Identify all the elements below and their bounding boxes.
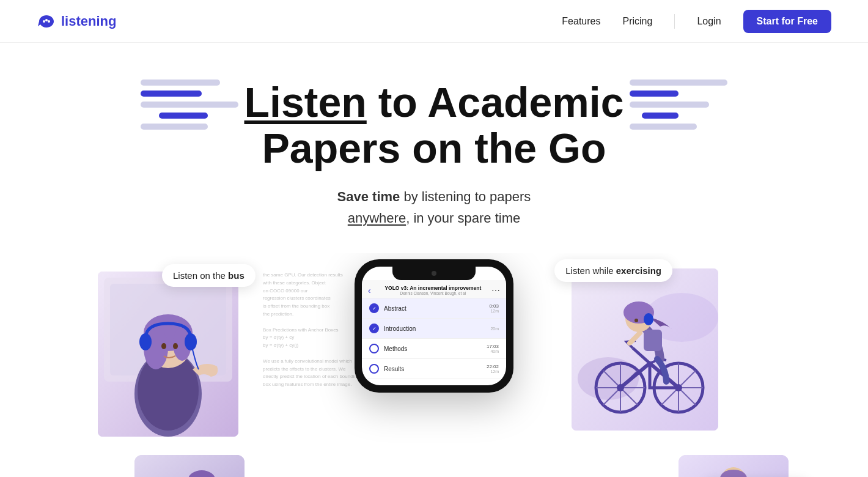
track-check-abstract — [369, 303, 379, 313]
deco-line — [141, 102, 238, 108]
content-section: the same GPU. Our detection results with… — [0, 253, 868, 477]
hero-subtitle-bold: Save time — [337, 189, 400, 204]
track-abstract[interactable]: Abstract 0:03 12m — [362, 298, 506, 319]
deco-line — [141, 124, 208, 130]
deco-line — [630, 91, 679, 97]
svg-point-34 — [634, 319, 638, 322]
track-introduction[interactable]: Introduction 20m — [362, 319, 506, 339]
login-link[interactable]: Login — [697, 16, 721, 27]
hero-title-listen: Listen — [245, 79, 367, 125]
svg-rect-35 — [644, 330, 662, 351]
bus-person-illustration — [98, 272, 238, 437]
phone-more[interactable]: ⋯ — [491, 286, 500, 295]
svg-point-14 — [161, 343, 166, 349]
phone-back[interactable]: ‹ — [368, 286, 371, 295]
deco-line — [159, 113, 208, 119]
phone-screen: ‹ YOLO v3: An incremental improvement De… — [362, 267, 506, 385]
deco-lines-right — [630, 80, 727, 130]
badge-exercising-bold: exercising — [616, 265, 661, 276]
track-methods[interactable]: Methods 17:03 40m — [362, 339, 506, 359]
track-label-abstract: Abstract — [384, 305, 489, 312]
track-time-results: 22:02 12m — [487, 364, 499, 374]
features-link[interactable]: Features — [562, 16, 600, 27]
logo-text: listening — [61, 13, 116, 29]
hero-subtitle-link: anywhere — [348, 210, 406, 226]
track-results[interactable]: Results 22:02 12m — [362, 359, 506, 379]
person-bus-image — [98, 272, 238, 437]
person-driving-image — [134, 455, 245, 477]
deco-lines-left — [141, 80, 238, 130]
svg-rect-36 — [134, 455, 245, 477]
deco-line — [630, 80, 727, 86]
track-label-introduction: Introduction — [384, 325, 490, 332]
logo[interactable]: listening — [37, 13, 116, 29]
pricing-link[interactable]: Pricing — [622, 16, 652, 27]
deco-line — [141, 80, 220, 86]
track-time-abstract: 0:03 12m — [489, 303, 499, 313]
svg-point-2 — [48, 20, 50, 23]
track-time-introduction: 20m — [490, 327, 499, 331]
person-cycle-image — [572, 268, 718, 431]
badge-exercising: Listen while exercising — [554, 259, 672, 282]
svg-point-33 — [644, 313, 653, 325]
deco-line — [630, 124, 697, 130]
hero-title: Listen to AcademicPapers on the Go — [0, 80, 868, 171]
track-label-methods: Methods — [384, 346, 487, 352]
track-check-results — [369, 364, 379, 374]
track-label-results: Results — [384, 366, 487, 372]
svg-point-1 — [45, 19, 48, 21]
hero-section: Listen to AcademicPapers on the Go Save … — [0, 43, 868, 241]
track-check-introduction — [369, 324, 379, 333]
start-free-button[interactable]: Start for Free — [743, 10, 831, 33]
cooking-person-illustration — [679, 455, 789, 477]
deco-line — [642, 113, 679, 119]
phone-mockup: ‹ YOLO v3: An incremental improvement De… — [355, 259, 513, 393]
track-time-methods: 17:03 40m — [487, 344, 499, 353]
badge-bus: Listen on the bus — [162, 264, 256, 287]
hero-subtitle: Save time by listening to papers anywher… — [0, 186, 868, 229]
nav-links: Features Pricing Login Start for Free — [562, 10, 831, 33]
navbar: listening Features Pricing Login Start f… — [0, 0, 868, 43]
deco-line — [141, 91, 202, 97]
deco-line — [630, 102, 709, 108]
badge-bus-bold: bus — [228, 270, 245, 281]
phone-paper-authors: Dennis Clanson, Vincent Bough, et al — [375, 291, 491, 295]
cycle-person-illustration — [572, 268, 718, 431]
driving-person-illustration — [134, 455, 245, 477]
svg-point-12 — [139, 333, 152, 350]
hero-subtitle-end: , in your spare time — [406, 210, 520, 226]
hero-subtitle-text: by listening to papers — [400, 189, 531, 204]
svg-point-0 — [43, 20, 45, 23]
track-check-methods — [369, 344, 379, 353]
phone-paper-title: YOLO v3: An incremental improvement — [375, 285, 491, 291]
track-list: Abstract 0:03 12m Introduction 20m — [362, 298, 506, 379]
logo-icon — [37, 14, 56, 29]
svg-point-15 — [173, 343, 178, 349]
nav-divider — [674, 14, 675, 29]
person-cooking-image — [679, 455, 789, 477]
